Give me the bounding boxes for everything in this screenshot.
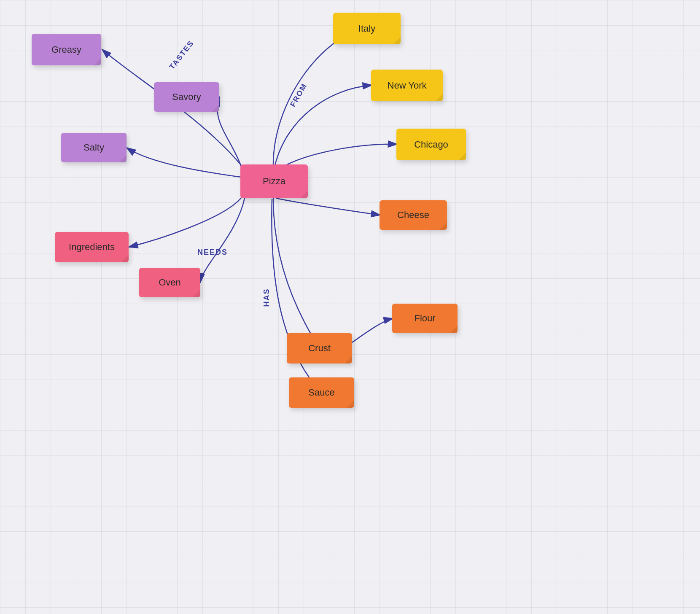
tastes-label: TASTES <box>167 39 196 71</box>
crust-node[interactable]: Crust <box>287 333 352 364</box>
from-label: FROM <box>288 82 309 108</box>
sauce-node[interactable]: Sauce <box>289 377 354 408</box>
cheese-node[interactable]: Cheese <box>380 200 447 230</box>
newyork-node[interactable]: New York <box>371 70 443 101</box>
savory-node[interactable]: Savory <box>154 82 219 112</box>
flour-node[interactable]: Flour <box>392 304 458 333</box>
has-label: HAS <box>262 288 271 307</box>
salty-node[interactable]: Salty <box>61 133 127 162</box>
pizza-node[interactable]: Pizza <box>240 164 308 198</box>
oven-node[interactable]: Oven <box>139 268 200 297</box>
greasy-node[interactable]: Greasy <box>32 34 101 65</box>
ingredients-node[interactable]: Ingredients <box>55 232 129 262</box>
chicago-node[interactable]: Chicago <box>396 129 466 160</box>
italy-node[interactable]: Italy <box>333 13 401 44</box>
needs-label: NEEDS <box>197 248 228 257</box>
